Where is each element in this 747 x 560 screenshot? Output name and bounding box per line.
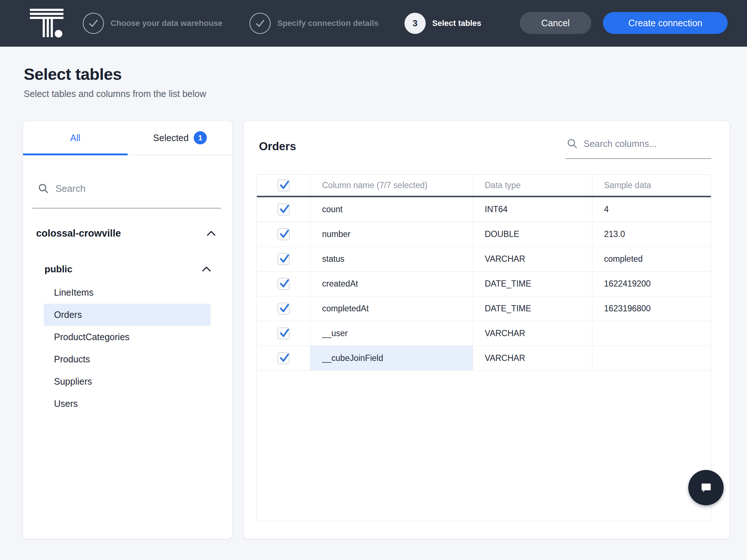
- tab-selected[interactable]: Selected 1: [128, 121, 232, 155]
- tree-database[interactable]: colossal-crowville: [23, 222, 232, 245]
- row-checkbox-cell: [257, 346, 310, 370]
- column-name-cell: __cubeJoinField: [310, 346, 473, 370]
- columns-table: Column name (7/7 selected) Data type Sam…: [256, 174, 711, 521]
- step-label: Specify connection details: [277, 19, 379, 28]
- create-connection-button[interactable]: Create connection: [603, 12, 728, 34]
- step-complete-check-icon: [83, 13, 104, 34]
- step-number: 3: [413, 18, 417, 28]
- selected-table-title: Orders: [259, 140, 296, 153]
- row-checkbox-cell: [257, 197, 310, 222]
- thoughtspot-logo-icon: [30, 9, 63, 39]
- row-checkbox-cell: [257, 321, 310, 346]
- page-subtitle: Select tables and columns from the list …: [24, 89, 206, 99]
- tree-item-label: Orders: [54, 310, 82, 320]
- sample-data-cell: completed: [592, 247, 711, 271]
- column-name-cell: __user: [310, 321, 473, 346]
- sidebar-search-field: [32, 172, 221, 209]
- selected-count-badge: 1: [194, 131, 207, 144]
- tree-item-label: Products: [54, 354, 90, 365]
- step-connection-details[interactable]: Specify connection details: [249, 0, 379, 47]
- column-row-count: countINT644: [257, 197, 711, 222]
- top-bar: Choose your data warehouse Specify conne…: [0, 0, 747, 47]
- browser-tabs: All Selected 1: [23, 121, 232, 155]
- connection-wizard-app: Choose your data warehouse Specify conne…: [0, 0, 747, 560]
- sample-data-cell: [592, 346, 711, 370]
- column-row-createdAt: createdAtDATE_TIME1622419200: [257, 272, 711, 296]
- sample-data-cell: 1622419200: [592, 272, 711, 296]
- column-name-cell: status: [310, 247, 473, 271]
- column-name-cell: completedAt: [310, 296, 473, 321]
- chevron-up-icon[interactable]: [202, 266, 211, 272]
- header-column-name: Column name (7/7 selected): [310, 175, 473, 196]
- row-checkbox[interactable]: [278, 327, 290, 339]
- data-type-cell: DATE_TIME: [473, 272, 592, 296]
- tab-all[interactable]: All: [23, 121, 128, 155]
- step-select-tables: 3 Select tables: [405, 0, 481, 47]
- cancel-button[interactable]: Cancel: [520, 12, 591, 34]
- data-type-cell: VARCHAR: [473, 247, 592, 271]
- tree-item-users[interactable]: Users: [23, 393, 232, 415]
- tree-item-products[interactable]: Products: [23, 348, 232, 370]
- sample-data-cell: 213.0: [592, 222, 711, 246]
- row-checkbox[interactable]: [278, 228, 290, 240]
- column-row-number: numberDOUBLE213.0: [257, 222, 711, 247]
- tree-item-label: Suppliers: [54, 376, 92, 387]
- row-checkbox[interactable]: [278, 352, 290, 364]
- tables-browser-panel: All Selected 1 colossal-crowville public: [23, 121, 232, 539]
- header-data-type: Data type: [473, 175, 592, 196]
- tree-item-suppliers[interactable]: Suppliers: [23, 370, 232, 393]
- column-row-completedAt: completedAtDATE_TIME1623196800: [257, 296, 711, 321]
- sample-data-cell: 4: [592, 197, 711, 222]
- page-title: Select tables: [24, 65, 122, 84]
- data-type-cell: DATE_TIME: [473, 296, 592, 321]
- tree-item-label: Users: [54, 398, 78, 409]
- chat-bubble-icon: [698, 481, 714, 495]
- data-type-cell: DOUBLE: [473, 222, 592, 246]
- step-number-badge: 3: [405, 13, 426, 34]
- chevron-up-icon[interactable]: [206, 230, 216, 236]
- row-checkbox-cell: [257, 222, 310, 246]
- sidebar-search-input[interactable]: [55, 183, 221, 194]
- header-sample-data: Sample data: [592, 175, 711, 196]
- tab-all-label: All: [70, 133, 81, 143]
- search-icon: [567, 138, 578, 149]
- tables-list: LineItemsOrdersProductCategoriesProducts…: [23, 281, 232, 415]
- columns-search-input[interactable]: [584, 139, 711, 149]
- tree-item-productcategories[interactable]: ProductCategories: [23, 326, 232, 348]
- row-checkbox[interactable]: [278, 253, 290, 265]
- data-type-cell: VARCHAR: [473, 346, 592, 370]
- data-type-cell: VARCHAR: [473, 321, 592, 346]
- database-name: colossal-crowville: [36, 228, 121, 239]
- data-type-cell: INT64: [473, 197, 592, 222]
- columns-search-field: [565, 131, 711, 159]
- chat-button[interactable]: [688, 470, 724, 505]
- search-icon: [38, 183, 49, 194]
- row-checkbox[interactable]: [278, 278, 290, 290]
- columns-table-header: Column name (7/7 selected) Data type Sam…: [257, 175, 711, 197]
- select-all-checkbox[interactable]: [278, 179, 290, 191]
- columns-panel: Orders Column name (7/7 selected) Data t…: [244, 121, 729, 539]
- tree-item-lineitems[interactable]: LineItems: [23, 281, 232, 304]
- tree-item-label: LineItems: [54, 287, 93, 298]
- row-checkbox-cell: [257, 296, 310, 321]
- tree-item-orders[interactable]: Orders: [44, 304, 210, 326]
- column-name-cell: createdAt: [310, 272, 473, 296]
- column-row-__user: __userVARCHAR: [257, 321, 711, 346]
- tree-schema[interactable]: public: [23, 257, 232, 281]
- schema-name: public: [44, 264, 73, 275]
- step-label: Select tables: [432, 19, 481, 28]
- row-checkbox[interactable]: [278, 303, 290, 315]
- column-name-cell: count: [310, 197, 473, 222]
- columns-table-body: countINT644numberDOUBLE213.0statusVARCHA…: [257, 197, 711, 371]
- column-name-cell: number: [310, 222, 473, 246]
- step-label: Choose your data warehouse: [111, 19, 222, 28]
- row-checkbox-cell: [257, 247, 310, 271]
- column-row-__cubeJoinField: __cubeJoinFieldVARCHAR: [257, 346, 711, 371]
- row-checkbox[interactable]: [278, 203, 290, 215]
- column-row-status: statusVARCHARcompleted: [257, 247, 711, 272]
- sample-data-cell: [592, 321, 711, 346]
- sample-data-cell: 1623196800: [592, 296, 711, 321]
- row-checkbox-cell: [257, 272, 310, 296]
- step-choose-warehouse[interactable]: Choose your data warehouse: [83, 0, 222, 47]
- tree-item-label: ProductCategories: [54, 332, 129, 342]
